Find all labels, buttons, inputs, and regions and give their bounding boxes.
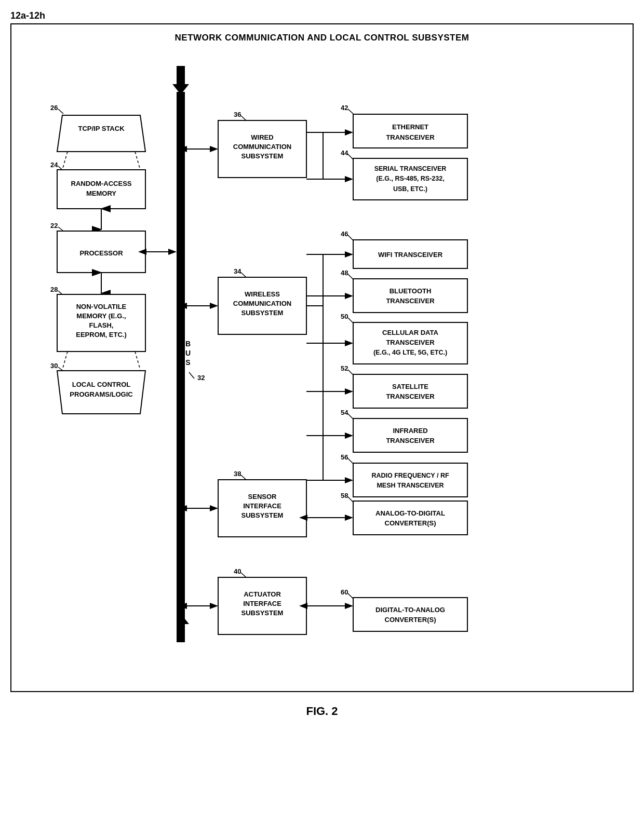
bus-shaft (177, 92, 185, 642)
bus-label: B (185, 340, 191, 348)
wired-label2: COMMUNICATION (233, 143, 291, 151)
actuator-label3: SUBSYSTEM (242, 609, 284, 617)
cellular-label3: (E.G., 4G LTE, 5G, ETC.) (373, 349, 447, 356)
ref-24: 24 (50, 161, 58, 169)
ref-58: 58 (341, 492, 348, 499)
local-control-label1: LOCAL CONTROL (72, 381, 130, 388)
satellite-label2: TRANSCEIVER (386, 393, 435, 400)
ref-34-line (241, 273, 246, 277)
wireless-label2: COMMUNICATION (233, 300, 291, 307)
ref-60: 60 (341, 588, 348, 596)
wired-label1: WIRED (251, 133, 273, 141)
sensor-label2: INTERFACE (243, 502, 281, 510)
fig-ref-top: 12a-12h (10, 10, 634, 21)
ref-44-line (348, 154, 353, 159)
serial-label2: (E.G., RS-485, RS-232, (376, 175, 444, 182)
diagram-outer: NETWORK COMMUNICATION AND LOCAL CONTROL … (10, 23, 634, 692)
sensor-label1: SENSOR (248, 493, 277, 501)
ref-50-line (348, 318, 353, 323)
nvm-label1: NON-VOLATILE (76, 303, 127, 310)
dac-block (353, 598, 467, 631)
ethernet-label2: TRANSCEIVER (386, 133, 435, 141)
ref-56-line (348, 458, 353, 464)
ref-38: 38 (234, 470, 241, 478)
ref-34: 34 (234, 267, 242, 275)
cellular-label1: CELLULAR DATA (382, 329, 438, 336)
sensor-label3: SUBSYSTEM (242, 511, 284, 519)
ref-48: 48 (341, 269, 348, 277)
rf-label2: MESH TRANSCEIVER (377, 482, 444, 489)
infrared-label1: INFRARED (393, 427, 427, 435)
ref-32-line (189, 372, 194, 378)
dashed-left (62, 152, 68, 170)
dac-label1: DIGITAL-TO-ANALOG (375, 606, 445, 614)
actuator-label2: INTERFACE (243, 600, 281, 607)
actuator-label1: ACTUATOR (244, 590, 281, 598)
infrared-block (353, 418, 467, 452)
rf-label1: RADIO FREQUENCY / RF (371, 472, 449, 479)
ref-54: 54 (341, 409, 348, 416)
wireless-label1: WIRELESS (245, 290, 280, 298)
ref-54-line (348, 414, 353, 419)
infrared-label2: TRANSCEIVER (386, 437, 435, 444)
ref-36: 36 (234, 111, 241, 118)
bus-label-s: S (185, 358, 190, 367)
dac-label2: CONVERTER(S) (385, 616, 436, 624)
ref-52: 52 (341, 364, 348, 372)
dashed-right (135, 152, 140, 170)
bus-arrow-down (172, 614, 189, 642)
ref-60-line (348, 593, 353, 599)
ref-26: 26 (50, 104, 58, 112)
ref-26-line (58, 109, 63, 114)
ref-28: 28 (50, 286, 58, 293)
ref-40-line (241, 573, 246, 577)
ref-36-line (241, 116, 246, 120)
ethernet-block (353, 114, 467, 148)
cellular-label2: TRANSCEIVER (386, 339, 435, 346)
ram-label2: MEMORY (86, 190, 116, 197)
fig-caption: FIG. 2 (10, 705, 634, 718)
wifi-label: WIFI TRANSCEIVER (378, 251, 443, 259)
nvm-label2: MEMORY (E.G., (76, 312, 126, 320)
ref-42-line (348, 109, 353, 114)
ethernet-label1: ETHERNET (392, 123, 428, 131)
ref-38-line (241, 475, 246, 480)
wireless-label3: SUBSYSTEM (242, 309, 284, 317)
nvm-label3: FLASH, (89, 321, 114, 329)
ref-32: 32 (197, 374, 205, 382)
bluetooth-label2: TRANSCEIVER (386, 297, 435, 305)
ref-40: 40 (234, 567, 241, 575)
ref-48-line (348, 274, 353, 279)
ref-22: 22 (50, 222, 58, 229)
bus-label-u: U (185, 349, 191, 357)
satellite-block (353, 374, 467, 408)
local-control-label2: PROGRAMS/LOGIC (70, 390, 133, 398)
bluetooth-block (353, 279, 467, 313)
tcp-ip-block (57, 115, 145, 152)
ref-50: 50 (341, 313, 348, 320)
ref-30: 30 (50, 362, 58, 370)
ref-44: 44 (341, 149, 348, 157)
tcp-ip-label: TCP/IP STACK (78, 125, 125, 132)
diagram-title: NETWORK COMMUNICATION AND LOCAL CONTROL … (22, 33, 622, 43)
ref-58-line (348, 497, 353, 502)
main-diagram-svg: B U S 32 26 TCP/IP STACK 24 RANDOM-ACCES… (22, 56, 622, 679)
dashed-nvm-lc-right (135, 351, 140, 370)
satellite-label1: SATELLITE (392, 383, 428, 390)
serial-label3: USB, ETC.) (393, 185, 427, 193)
adc-block (353, 501, 467, 535)
adc-label1: ANALOG-TO-DIGITAL (375, 509, 445, 517)
nvm-label4: EEPROM, ETC.) (76, 331, 127, 339)
bluetooth-label1: BLUETOOTH (390, 287, 432, 295)
ref-52-line (348, 370, 353, 375)
serial-label1: SERIAL TRANSCEIVER (374, 165, 447, 172)
adc-label2: CONVERTER(S) (385, 519, 436, 527)
ref-46-line (348, 235, 353, 240)
ram-label1: RANDOM-ACCESS (71, 180, 132, 187)
rf-mesh-block (353, 463, 467, 497)
processor-label: PROCESSOR (79, 249, 123, 257)
ref-56: 56 (341, 453, 348, 461)
ref-22-line (58, 227, 63, 231)
page-container: 12a-12h NETWORK COMMUNICATION AND LOCAL … (10, 10, 634, 718)
dashed-nvm-lc-left (62, 351, 68, 370)
